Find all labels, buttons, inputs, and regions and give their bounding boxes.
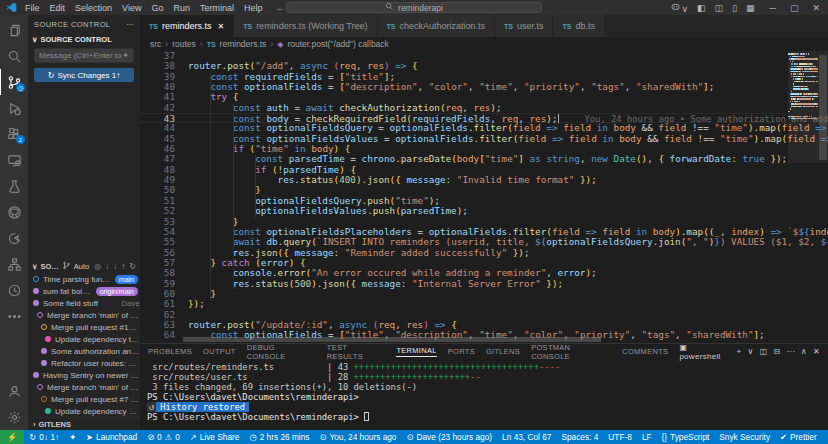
activity-item-run-and-debug[interactable] [0, 95, 28, 121]
menu-selection[interactable]: Selection [70, 3, 117, 13]
commit-message-input[interactable]: Message (Ctrl+Enter to ... ✦ [34, 48, 134, 63]
status-notifications[interactable] [822, 430, 828, 444]
commit-row[interactable]: Update dependency tsx to… [28, 333, 140, 345]
activity-item-accounts[interactable] [0, 378, 28, 404]
horizontal-scrollbar[interactable] [183, 337, 601, 342]
menu-file[interactable]: File [20, 3, 45, 13]
minimize-button[interactable]: ─ [770, 3, 776, 13]
panel-tab-postman-console[interactable]: POSTMAN CONSOLE [531, 343, 611, 361]
more-actions-icon[interactable]: ⋯ [787, 347, 795, 356]
activity-item-organization[interactable] [0, 251, 28, 277]
push-icon[interactable]: ↑ [121, 262, 125, 271]
status-eol[interactable]: LF [637, 430, 657, 444]
command-center[interactable]: reminderapi [286, 2, 542, 13]
status-blame-you[interactable]: ⊙You, 24 hours ago [314, 430, 401, 444]
status-cursor-position[interactable]: Ln 43, Col 67 [497, 430, 556, 444]
commit-row[interactable]: Time parsing functio…main [28, 273, 140, 285]
customize-layout-icon[interactable]: ▦ [746, 3, 755, 13]
commit-row[interactable]: Some authorization and a… [28, 345, 140, 357]
activity-item-extensions[interactable]: 2 [0, 121, 28, 147]
status-remote-indicator[interactable]: ⚡ [0, 430, 24, 444]
commit-row[interactable]: sum fat boink b…origin/main [28, 285, 140, 297]
activity-item-remote-explorer[interactable] [0, 147, 28, 173]
sparkle-icon[interactable]: ✦ [122, 51, 129, 60]
terminal-output[interactable]: src/routes/reminders.ts | 43 +++++++++++… [140, 359, 828, 430]
status-snyk-security[interactable]: Snyk Security [714, 430, 775, 444]
toggle-sidebar-icon[interactable]: ◧ [697, 3, 706, 13]
commit-row[interactable]: Merge pull request #14 fr… [28, 321, 140, 333]
toggle-secondary-sidebar-icon[interactable]: ▯ [732, 3, 737, 13]
breadcrumb[interactable]: src›routes›TSreminders.ts›◈router.post("… [140, 37, 828, 51]
status-problems[interactable]: ⊘0⚠0 [142, 430, 185, 444]
breadcrumb-item[interactable]: routes [172, 39, 196, 49]
new-terminal-icon[interactable]: + [737, 347, 742, 356]
shell-selector[interactable]: ▣ powershell [679, 343, 730, 361]
panel-tab-comments[interactable]: COMMENTS [622, 347, 668, 356]
menu-view[interactable]: View [117, 3, 146, 13]
scm-graph-header[interactable]: ∨ SO… Auto ◎ ↓ ↓ ↑ ↻ [28, 260, 140, 273]
panel-tab-test-results[interactable]: TEST RESULTS [327, 343, 386, 361]
tab-close-icon[interactable]: ✕ [217, 22, 224, 31]
commit-row[interactable]: Having Sentry on newer versi… [28, 369, 140, 381]
editor-tab[interactable]: TScheckAuthorization.ts [378, 15, 496, 37]
pull-icon[interactable]: ↓ [113, 262, 117, 271]
commit-row[interactable]: Merge pull request #7 fro… [28, 393, 140, 405]
back-arrow-icon[interactable]: ← [275, 3, 284, 13]
breadcrumb-item[interactable]: router.post("/add") callback [287, 39, 388, 49]
vertical-scrollbar[interactable] [819, 55, 827, 160]
copilot-icon[interactable]: ∨ [670, 1, 688, 14]
activity-item-testing[interactable] [0, 173, 28, 199]
toggle-panel-icon[interactable]: ◫ [715, 3, 724, 13]
breadcrumb-item[interactable]: src [150, 39, 161, 49]
commit-row[interactable]: Some field stuffDave [28, 297, 140, 309]
editor-tab[interactable]: TSreminders.ts (Working Tree) [234, 15, 377, 37]
status-time-tracker[interactable]: ◷2 hrs 26 mins [244, 430, 314, 444]
launch-profile-icon[interactable]: ∨ [748, 347, 754, 356]
status-commit-graph[interactable]: ✦ [64, 430, 81, 444]
target-icon[interactable]: ◎ [94, 262, 101, 271]
menu-go[interactable]: Go [146, 3, 168, 13]
scm-section-header[interactable]: ∨ SOURCE CONTROL [28, 33, 140, 46]
split-terminal-icon[interactable]: ◫ [760, 347, 768, 356]
menu-terminal[interactable]: Terminal [195, 3, 239, 13]
panel-tab-terminal[interactable]: TERMINAL [396, 346, 436, 357]
editor-tab[interactable]: TSreminders.ts✕ [140, 15, 234, 37]
refresh-icon[interactable]: ↻ [129, 262, 136, 271]
maximize-button[interactable]: ▢ [790, 3, 799, 13]
menu-help[interactable]: Help [239, 3, 268, 13]
panel-tab-output[interactable]: OUTPUT [203, 347, 236, 356]
editor-tab[interactable]: TSuser.ts [495, 15, 553, 37]
status-sync-status[interactable]: ↻0↓ 1↑ [24, 430, 64, 444]
activity-item-settings[interactable] [0, 404, 28, 430]
activity-item-additional-views[interactable] [0, 303, 28, 329]
activity-item-explorer[interactable] [0, 17, 28, 43]
activity-item-live-share[interactable] [0, 225, 28, 251]
sync-changes-button[interactable]: ↻ Sync Changes 1↑ [34, 68, 134, 82]
commit-row[interactable]: Refactor user routes: mov… [28, 357, 140, 369]
status-launchpad[interactable]: ➤Launchpad [81, 430, 142, 444]
status-prettier[interactable]: ✔Prettier [775, 430, 822, 444]
activity-item-source-control[interactable]: ◷ [0, 69, 28, 95]
activity-item-search[interactable] [0, 43, 28, 69]
commit-row[interactable]: Update dependency pretti… [28, 405, 140, 417]
status-blame-dave[interactable]: ⊙Dave (23 hours ago) [402, 430, 498, 444]
commit-row[interactable]: Merge branch 'main' of http… [28, 381, 140, 393]
panel-tab-debug-console[interactable]: DEBUG CONSOLE [247, 343, 316, 361]
menu-edit[interactable]: Edit [45, 3, 71, 13]
panel-tab-problems[interactable]: PROBLEMS [148, 347, 192, 356]
panel-tab-ports[interactable]: PORTS [448, 347, 475, 356]
fetch-icon[interactable]: ↓ [105, 262, 109, 271]
sidebar-more-actions-icon[interactable]: ⋯ [126, 20, 134, 29]
commit-row[interactable]: Merge branch 'main' of http… [28, 309, 140, 321]
activity-item-gitlens[interactable] [0, 277, 28, 303]
editor-tab[interactable]: TSdb.ts [553, 15, 604, 37]
close-panel-icon[interactable]: ✕ [813, 347, 820, 356]
code-editor[interactable]: 3738router.post("/add", async (req, res)… [140, 51, 828, 343]
maximize-panel-icon[interactable]: ∧ [801, 347, 807, 356]
status-language-mode[interactable]: {}TypeScript [657, 430, 715, 444]
status-live-share[interactable]: ↗Live Share [185, 430, 245, 444]
kill-terminal-icon[interactable]: ⊟ [774, 347, 781, 356]
status-encoding[interactable]: UTF-8 [603, 430, 637, 444]
close-button[interactable]: ✕ [812, 3, 820, 13]
auto-label[interactable]: Auto [74, 262, 89, 271]
